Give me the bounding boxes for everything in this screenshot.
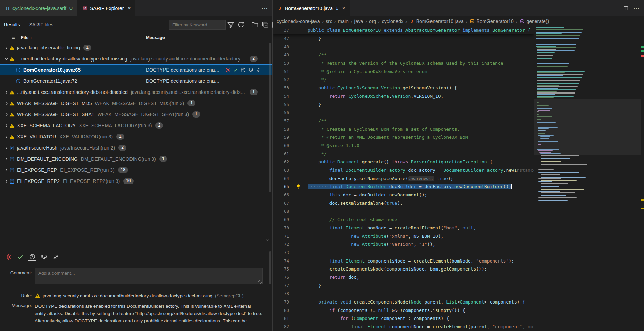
breadcrumb-item[interactable]: JBomGenerator10.java: [409, 18, 464, 24]
chevron-right-icon[interactable]: [3, 45, 9, 50]
breadcrumb: cyclonedx-core-java›src›main›java›org›cy…: [273, 16, 644, 26]
refresh-icon[interactable]: [237, 21, 245, 29]
split-editor-icon[interactable]: [623, 6, 628, 11]
tab-sarif-explorer[interactable]: SARIF Explorer ×: [77, 0, 136, 16]
tree-group-row[interactable]: WEAK_MESSAGE_DIGEST_SHA1WEAK_MESSAGE_DIG…: [0, 109, 272, 120]
tree-group-row[interactable]: XXE_SCHEMA_FACTORYXXE_SCHEMA_FACTORY(run…: [0, 120, 272, 131]
sort-asc-icon: ↑: [30, 35, 32, 40]
thumbs-down-icon[interactable]: [248, 67, 253, 73]
open-folder-icon[interactable]: [251, 21, 259, 29]
filter-input[interactable]: [169, 20, 226, 30]
java-icon: J: [277, 6, 283, 11]
thumbs-down-icon[interactable]: [40, 253, 48, 261]
warning-icon: [9, 45, 15, 50]
breadcrumb-item[interactable]: generate(): [519, 18, 549, 24]
tree-group-row[interactable]: EI_EXPOSE_REPEI_EXPOSE_REP(run 3)18: [0, 164, 272, 176]
tab-badge: 1: [336, 6, 338, 11]
chevron-right-icon[interactable]: [3, 167, 9, 173]
breadcrumb-item[interactable]: cyclonedx: [382, 18, 403, 24]
breadcrumb-item[interactable]: java: [354, 18, 363, 24]
tree-group-row[interactable]: WEAK_MESSAGE_DIGEST_MD5WEAK_MESSAGE_DIGE…: [0, 98, 272, 109]
method-icon: [519, 18, 525, 24]
tree-result-row[interactable]: BomGenerator11.java:72DOCTYPE declaratio…: [0, 75, 272, 87]
class-icon: [469, 18, 475, 24]
tab-sarif-files[interactable]: SARIF files: [29, 21, 54, 29]
line-number: 79: [273, 298, 289, 306]
collapse-all-icon[interactable]: [261, 21, 269, 29]
line-number: 80: [273, 306, 289, 315]
link-icon[interactable]: [52, 253, 59, 261]
comment-input[interactable]: [35, 268, 263, 284]
chevron-right-icon[interactable]: [3, 89, 9, 95]
chevron-right-icon[interactable]: [3, 178, 9, 184]
warning-icon: [9, 134, 15, 139]
breadcrumb-item[interactable]: org: [369, 18, 376, 24]
info-icon: [15, 78, 21, 84]
bug-icon[interactable]: [5, 253, 12, 261]
sticky-scroll-line[interactable]: 37public class BomGenerator10 extends Ab…: [273, 26, 534, 34]
chevron-right-icon[interactable]: [3, 134, 9, 139]
line-number: 48: [273, 43, 289, 51]
tree-group-row[interactable]: DM_DEFAULT_ENCODINGDM_DEFAULT_ENCODING(r…: [0, 153, 272, 164]
chevron-right-icon[interactable]: [3, 156, 9, 162]
chevron-right-icon[interactable]: [3, 100, 9, 106]
minimap[interactable]: [534, 26, 641, 331]
tree-group-row[interactable]: java_lang_observable_timing1: [0, 42, 272, 53]
warning-icon: [9, 100, 15, 106]
column-message[interactable]: Message: [146, 35, 165, 40]
breadcrumb-item[interactable]: cyclonedx-core-java: [277, 18, 320, 24]
close-icon[interactable]: ×: [127, 5, 131, 11]
result-status-actions: [5, 253, 59, 261]
check-icon[interactable]: [17, 253, 24, 261]
chevron-right-icon[interactable]: [3, 112, 9, 117]
line-number: 50: [273, 59, 289, 67]
rule-name: ...rity.audit.xxe.transformerfactory-dtd…: [17, 89, 128, 95]
question-icon[interactable]: [240, 67, 246, 73]
line-number: 81: [273, 314, 289, 323]
minimap-slider[interactable]: [534, 99, 641, 155]
rule-id: java.lang.security.audit.xxe.documentbui…: [43, 293, 212, 298]
more-actions-icon[interactable]: ···: [634, 5, 640, 11]
svg-text:{}: {}: [5, 6, 9, 10]
breadcrumb-item[interactable]: main: [338, 18, 349, 24]
line-number: 70: [273, 224, 289, 232]
check-icon[interactable]: [233, 67, 238, 73]
rule-name: java/InsecureHash: [17, 145, 57, 151]
breadcrumb-label: BomGenerator10.java: [416, 18, 464, 24]
sticky-code-line[interactable]: 37public class BomGenerator10 extends Ab…: [273, 26, 530, 34]
ruler-mark: [641, 55, 644, 57]
tree-group-row[interactable]: ...mentbuilderfactory-disallow-doctype-d…: [0, 53, 272, 64]
tree-result-row[interactable]: BomGenerator10.java:65DOCTYPE declaratio…: [0, 64, 272, 75]
line-number: 59: [273, 133, 289, 142]
tree-group-row[interactable]: ...rity.audit.xxe.transformerfactory-dtd…: [0, 87, 272, 98]
tree-group-row[interactable]: XXE_VALIDATORXXE_VALIDATOR(run 3)1: [0, 131, 272, 142]
tree-group-row[interactable]: java/InsecureHashjava/InsecureHash(run 2…: [0, 142, 272, 153]
tab-bomgenerator10-java[interactable]: J BomGenerator10.java 1 ×: [273, 0, 350, 16]
filter-icon[interactable]: [227, 21, 235, 29]
line-number: 58: [273, 125, 289, 134]
chevron-right-icon[interactable]: [3, 145, 9, 151]
breadcrumb-item[interactable]: src: [326, 18, 332, 24]
line-number: 75: [273, 265, 289, 273]
warning-icon: [9, 89, 15, 95]
breadcrumb-item[interactable]: BomGenerator10: [469, 18, 513, 24]
more-actions-icon[interactable]: ···: [262, 5, 268, 11]
tree-group-row[interactable]: EI_EXPOSE_REP2EI_EXPOSE_REP2(run 3)16: [0, 176, 272, 187]
result-message-text: DOCTYPE declarations are enabled for thi…: [35, 302, 262, 324]
chevron-down-icon[interactable]: [3, 56, 9, 62]
link-icon[interactable]: [256, 67, 261, 73]
column-file[interactable]: File: [21, 35, 28, 40]
close-icon[interactable]: ×: [342, 5, 345, 11]
question-icon[interactable]: [28, 253, 36, 261]
code-editor[interactable]: 37public class BomGenerator10 extends Ab…: [273, 26, 644, 331]
scroll-down-icon[interactable]: [265, 237, 270, 243]
chevron-right-icon[interactable]: [3, 123, 9, 128]
tree-scrollbar[interactable]: [269, 43, 271, 192]
tab-cyclonedx-core-java-sarif[interactable]: {} cyclonedx-core-java.sarif U: [0, 0, 77, 16]
detail-scrollbar[interactable]: [269, 251, 271, 284]
breadcrumb-separator-icon: ›: [378, 18, 380, 24]
bug-icon[interactable]: [225, 67, 231, 73]
tab-results[interactable]: Results: [3, 21, 20, 29]
lightbulb-icon[interactable]: [295, 184, 301, 189]
line-number: 71: [273, 232, 289, 241]
